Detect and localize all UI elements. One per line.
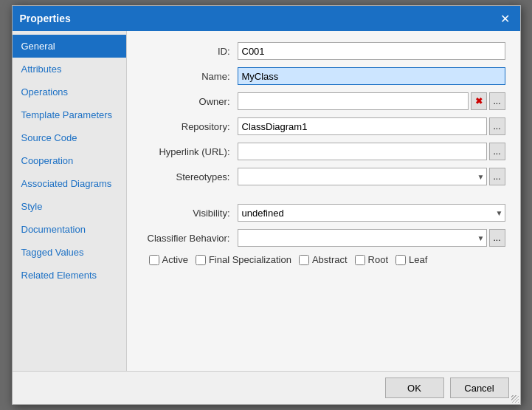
root-label: Root	[368, 254, 388, 265]
hyperlink-input[interactable]	[238, 143, 487, 160]
dots-icon: ...	[493, 96, 500, 106]
footer-wrapper: OK Cancel	[13, 371, 520, 404]
properties-dialog: Properties ✕ General Attributes Operatio…	[12, 5, 521, 405]
name-label: Name:	[142, 71, 238, 82]
sidebar-item-cooperation[interactable]: Cooperation	[13, 149, 126, 172]
repository-label: Repository:	[142, 121, 238, 132]
owner-label: Owner:	[142, 96, 238, 107]
final-specialization-label: Final Specialization	[209, 254, 291, 265]
dialog-title: Properties	[20, 13, 71, 24]
id-label: ID:	[142, 46, 238, 57]
visibility-row: Visibility: undefined public protected p…	[142, 204, 505, 222]
sidebar-item-style[interactable]: Style	[13, 195, 126, 218]
sidebar-item-related-elements[interactable]: Related Elements	[13, 264, 126, 287]
leaf-checkbox[interactable]	[395, 255, 406, 265]
classifier-behavior-label: Classifier Behavior:	[142, 233, 238, 244]
owner-browse-button[interactable]: ...	[489, 92, 505, 110]
stereotypes-row: Stereotypes: ▼ ...	[142, 168, 505, 185]
classifier-behavior-control-group: ▼ ...	[238, 229, 505, 247]
owner-input[interactable]	[238, 92, 469, 110]
dots-icon: ...	[493, 121, 500, 131]
abstract-checkbox-item[interactable]: Abstract	[299, 254, 348, 265]
visibility-select[interactable]: undefined public protected private packa…	[238, 204, 505, 222]
content-panel: ID: Name: Owner: ✖	[127, 31, 520, 371]
checkbox-row: Active Final Specialization Abstract Roo…	[142, 254, 505, 265]
id-input[interactable]	[238, 42, 505, 60]
visibility-control-group: undefined public protected private packa…	[238, 204, 505, 222]
cancel-button[interactable]: Cancel	[450, 377, 509, 398]
dialog-footer: OK Cancel	[13, 371, 520, 404]
close-button[interactable]: ✕	[498, 11, 513, 26]
hyperlink-row: Hyperlink (URL): ...	[142, 143, 505, 160]
sidebar: General Attributes Operations Template P…	[13, 31, 127, 371]
root-checkbox[interactable]	[355, 255, 365, 265]
sidebar-item-attributes[interactable]: Attributes	[13, 58, 126, 81]
sidebar-item-source-code[interactable]: Source Code	[13, 126, 126, 149]
visibility-label: Visibility:	[142, 208, 238, 219]
red-x-icon: ✖	[475, 96, 483, 106]
owner-clear-button[interactable]: ✖	[471, 92, 487, 110]
abstract-label: Abstract	[312, 254, 348, 265]
root-checkbox-item[interactable]: Root	[355, 254, 388, 265]
stereotypes-select-wrapper: ▼	[238, 168, 487, 185]
sidebar-item-documentation[interactable]: Documentation	[13, 218, 126, 241]
hyperlink-control-group: ...	[238, 143, 505, 160]
active-checkbox[interactable]	[149, 255, 159, 265]
name-row: Name:	[142, 67, 505, 85]
dialog-body: General Attributes Operations Template P…	[13, 31, 520, 371]
stereotypes-select[interactable]	[238, 168, 487, 185]
stereotypes-browse-button[interactable]: ...	[489, 168, 505, 185]
final-specialization-checkbox[interactable]	[196, 255, 206, 265]
final-specialization-checkbox-item[interactable]: Final Specialization	[196, 254, 291, 265]
classifier-behavior-select[interactable]	[238, 229, 487, 247]
leaf-label: Leaf	[409, 254, 427, 265]
separator	[142, 193, 505, 204]
name-input[interactable]	[238, 67, 505, 85]
stereotypes-label: Stereotypes:	[142, 171, 238, 182]
sidebar-item-general[interactable]: General	[13, 35, 126, 58]
active-checkbox-item[interactable]: Active	[149, 254, 188, 265]
dots-icon: ...	[493, 146, 500, 157]
hyperlink-label: Hyperlink (URL):	[142, 146, 238, 157]
dots-icon: ...	[493, 233, 500, 243]
visibility-select-wrapper: undefined public protected private packa…	[238, 204, 505, 222]
sidebar-item-operations[interactable]: Operations	[13, 81, 126, 103]
repository-browse-button[interactable]: ...	[489, 117, 505, 135]
active-label: Active	[162, 254, 188, 265]
owner-row: Owner: ✖ ...	[142, 92, 505, 110]
classifier-behavior-select-wrapper: ▼	[238, 229, 487, 247]
owner-control-group: ✖ ...	[238, 92, 505, 110]
dots-icon: ...	[493, 171, 500, 182]
abstract-checkbox[interactable]	[299, 255, 309, 265]
id-row: ID:	[142, 42, 505, 60]
ok-button[interactable]: OK	[385, 377, 444, 398]
repository-row: Repository: ...	[142, 117, 505, 135]
title-bar: Properties ✕	[13, 6, 520, 31]
sidebar-item-tagged-values[interactable]: Tagged Values	[13, 241, 126, 264]
name-control-group	[238, 67, 505, 85]
repository-control-group: ...	[238, 117, 505, 135]
resize-handle[interactable]	[511, 395, 519, 403]
leaf-checkbox-item[interactable]: Leaf	[395, 254, 427, 265]
sidebar-item-template-parameters[interactable]: Template Parameters	[13, 103, 126, 126]
hyperlink-browse-button[interactable]: ...	[489, 143, 505, 160]
classifier-behavior-browse-button[interactable]: ...	[489, 229, 505, 247]
sidebar-item-associated-diagrams[interactable]: Associated Diagrams	[13, 172, 126, 195]
repository-input[interactable]	[238, 117, 487, 135]
id-control-group	[238, 42, 505, 60]
classifier-behavior-row: Classifier Behavior: ▼ ...	[142, 229, 505, 247]
stereotypes-control-group: ▼ ...	[238, 168, 505, 185]
